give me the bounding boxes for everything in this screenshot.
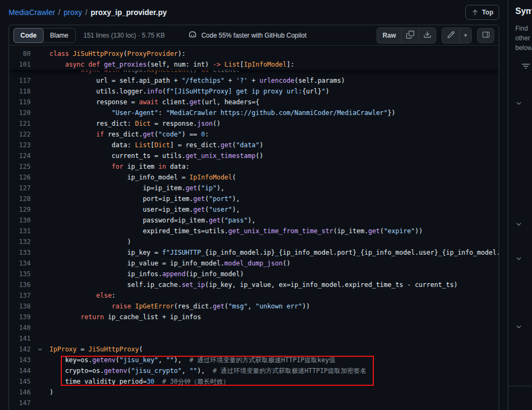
code-line-text: ip_info_model = IpInfoModel( bbox=[49, 172, 499, 183]
line-number[interactable]: 127 bbox=[9, 183, 31, 193]
line-number[interactable]: 139 bbox=[9, 312, 31, 322]
line-number[interactable]: 126 bbox=[9, 172, 31, 183]
line-number[interactable]: 145 bbox=[9, 376, 31, 387]
code-line-text: user=ip_item.get("user"), bbox=[49, 204, 499, 215]
line-number[interactable]: 147 bbox=[9, 398, 31, 408]
line-number[interactable]: 136 bbox=[9, 279, 31, 290]
line-number[interactable]: 120 bbox=[9, 107, 31, 118]
fold-spacer bbox=[31, 398, 49, 408]
symbols-description-line: below bbox=[515, 43, 531, 53]
code-line-text: if res_dict.get("code") == 0: bbox=[49, 129, 499, 140]
copy-raw-button[interactable] bbox=[401, 28, 418, 43]
line-number[interactable]: 141 bbox=[9, 333, 31, 344]
line-number[interactable]: 132 bbox=[9, 236, 31, 247]
fold-spacer bbox=[31, 365, 49, 376]
line-number[interactable]: 137 bbox=[9, 290, 31, 301]
github-code-view: MediaCrawler/proxy/proxy_ip_provider.py … bbox=[0, 0, 532, 410]
line-number[interactable]: 140 bbox=[9, 322, 31, 333]
line-number[interactable]: 117 bbox=[9, 75, 31, 86]
breadcrumb-bar: MediaCrawler/proxy/proxy_ip_provider.py … bbox=[0, 0, 508, 25]
fold-spacer bbox=[31, 97, 49, 107]
code-row: 129 user=ip_item.get("user"), bbox=[9, 204, 499, 215]
line-number[interactable]: 133 bbox=[9, 247, 31, 258]
code-row: 117 url = self.api_path + "/fetchips" + … bbox=[9, 75, 499, 86]
code-row: 134 ip_value = ip_info_model.model_dump_… bbox=[9, 258, 499, 269]
line-number[interactable]: 125 bbox=[9, 161, 31, 172]
symbols-panel-description: Find other below bbox=[515, 24, 531, 53]
code-line-text: raise IpGetError(res_dict.get("msg", "un… bbox=[49, 301, 499, 312]
line-number[interactable]: 131 bbox=[9, 226, 31, 236]
line-number[interactable]: 118 bbox=[9, 86, 31, 97]
code-row: 132 ) bbox=[9, 236, 499, 247]
breadcrumb-repo-link[interactable]: MediaCrawler bbox=[9, 8, 55, 17]
filter-icon[interactable] bbox=[522, 62, 530, 72]
code-line-text: class JiSuHttpProxy(ProxyProvider): bbox=[49, 48, 499, 59]
code-row: 144 crypto=os.getenv("jisu_crypto", ""),… bbox=[9, 365, 499, 376]
code-line-text bbox=[49, 333, 499, 344]
line-number[interactable]: 128 bbox=[9, 193, 31, 204]
line-number[interactable]: 138 bbox=[9, 301, 31, 312]
toolbar-actions: Raw ▼ bbox=[377, 27, 494, 44]
tab-code[interactable]: Code bbox=[13, 28, 44, 43]
line-number[interactable]: 123 bbox=[9, 140, 31, 150]
fold-spacer bbox=[31, 215, 49, 226]
chevron-down-icon[interactable] bbox=[515, 255, 522, 264]
code-line-text: res_dict: Dict = response.json() bbox=[49, 118, 499, 129]
copilot-banner: Code 55% faster with GitHub Copilot bbox=[188, 30, 306, 40]
line-number[interactable]: 134 bbox=[9, 258, 31, 269]
line-number[interactable]: 101 bbox=[9, 59, 31, 70]
code-lines: 117 url = self.api_path + "/fetchips" + … bbox=[9, 75, 499, 408]
code-body: 80class JiSuHttpProxy(ProxyProvider):101… bbox=[9, 46, 499, 410]
code-line-text: url = self.api_path + "/fetchips" + '?' … bbox=[49, 75, 499, 86]
download-raw-button[interactable] bbox=[418, 28, 436, 43]
line-number[interactable]: 146 bbox=[9, 387, 31, 398]
arrow-up-icon bbox=[471, 9, 479, 16]
code-row: 128 port=ip_item.get("port"), bbox=[9, 193, 499, 204]
file-view-container: Code Blame 151 lines (130 loc) · 5.75 KB… bbox=[9, 25, 499, 410]
code-row: 130 password=ip_item.get("pass"), bbox=[9, 215, 499, 226]
sticky-context-lines: 80class JiSuHttpProxy(ProxyProvider):101… bbox=[9, 48, 499, 70]
breadcrumb-folder-link[interactable]: proxy bbox=[63, 8, 82, 17]
line-number[interactable]: 124 bbox=[9, 150, 31, 161]
code-line-text: response = await client.get(url, headers… bbox=[49, 97, 499, 107]
line-number[interactable]: 142 bbox=[9, 344, 31, 355]
chevron-down-icon[interactable] bbox=[515, 221, 522, 229]
code-line-text: async def get_proxies(self, num: int) ->… bbox=[49, 59, 499, 70]
symbols-panel: Sym Find other below bbox=[508, 0, 531, 410]
back-to-top-button[interactable]: Top bbox=[465, 5, 499, 20]
line-number[interactable]: 121 bbox=[9, 118, 31, 129]
code-line-text: "User-Agent": "MediaCrawler https://gith… bbox=[49, 107, 499, 118]
line-number[interactable] bbox=[9, 70, 31, 75]
fold-spacer bbox=[31, 258, 49, 269]
chevron-down-icon[interactable] bbox=[515, 323, 522, 332]
fold-chevron-icon[interactable] bbox=[31, 344, 49, 355]
breadcrumb: MediaCrawler/proxy/proxy_ip_provider.py bbox=[9, 8, 167, 17]
code-row: 121 res_dict: Dict = response.json() bbox=[9, 118, 499, 129]
fold-spacer bbox=[31, 193, 49, 204]
code-line-text: ) bbox=[49, 387, 499, 398]
line-number[interactable]: 143 bbox=[9, 355, 31, 365]
code-row: 127 ip=ip_item.get("ip"), bbox=[9, 183, 499, 193]
fold-spacer bbox=[31, 172, 49, 183]
tab-blame[interactable]: Blame bbox=[43, 28, 75, 42]
line-number[interactable]: 130 bbox=[9, 215, 31, 226]
line-number[interactable]: 119 bbox=[9, 97, 31, 107]
symbols-toggle-button[interactable] bbox=[477, 28, 494, 43]
line-number[interactable]: 129 bbox=[9, 204, 31, 215]
raw-button[interactable]: Raw bbox=[377, 28, 401, 43]
line-number[interactable]: 122 bbox=[9, 129, 31, 140]
line-number[interactable]: 144 bbox=[9, 365, 31, 376]
code-row: 126 ip_info_model = IpInfoModel( bbox=[9, 172, 499, 183]
edit-dropdown-button[interactable]: ▼ bbox=[459, 28, 471, 43]
code-row: 133 ip_key = f"JISUHTTP_{ip_info_model.i… bbox=[9, 247, 499, 258]
breadcrumb-separator: / bbox=[85, 8, 87, 17]
line-number[interactable]: 135 bbox=[9, 269, 31, 279]
fold-spacer bbox=[31, 70, 49, 75]
edit-file-button[interactable] bbox=[442, 28, 459, 43]
fold-spacer bbox=[31, 86, 49, 97]
code-line-text bbox=[49, 398, 499, 408]
code-row: 122 if res_dict.get("code") == 0: bbox=[9, 129, 499, 140]
chevron-down-icon[interactable] bbox=[515, 100, 522, 109]
line-number[interactable]: 80 bbox=[9, 48, 31, 59]
code-line-text: ip_value = ip_info_model.model_dump_json… bbox=[49, 258, 499, 269]
